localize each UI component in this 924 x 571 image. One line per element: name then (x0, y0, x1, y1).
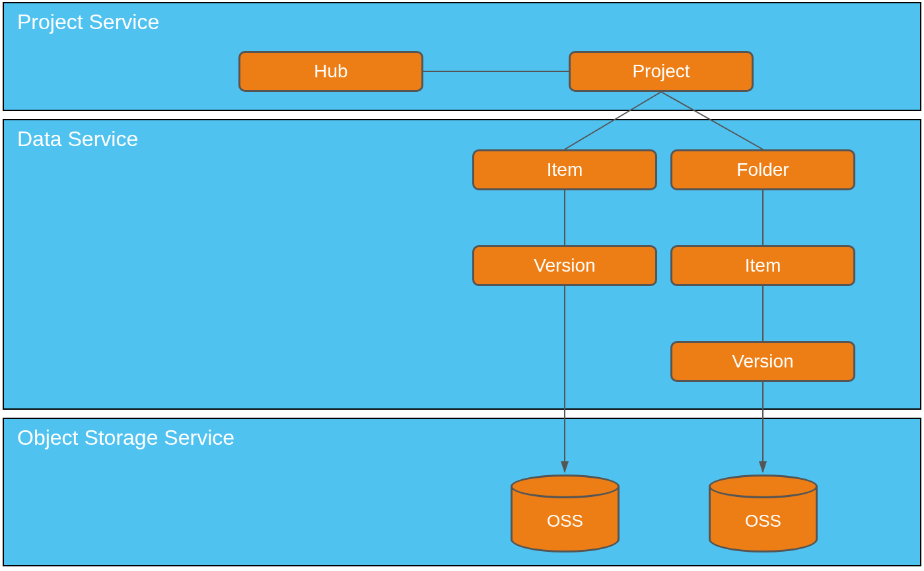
node-item1-label: Item (547, 159, 583, 180)
node-folder: Folder (670, 149, 855, 190)
node-project: Project (569, 51, 754, 92)
node-item2-label: Item (745, 255, 781, 276)
node-version2: Version (670, 341, 855, 382)
node-project-label: Project (632, 61, 690, 82)
node-hub-label: Hub (314, 61, 347, 82)
node-item1: Item (472, 149, 657, 190)
node-oss1-label: OSS (511, 511, 620, 531)
section-title-object-storage-service: Object Storage Service (17, 426, 234, 450)
section-title-project-service: Project Service (17, 10, 159, 34)
node-item2: Item (670, 245, 855, 286)
node-oss2: OSS (709, 475, 818, 554)
node-version2-label: Version (732, 351, 793, 372)
node-folder-label: Folder (736, 159, 789, 180)
node-version1: Version (472, 245, 657, 286)
node-oss2-label: OSS (709, 511, 818, 531)
node-version1-label: Version (534, 255, 595, 276)
node-hub: Hub (238, 51, 423, 92)
section-title-data-service: Data Service (17, 127, 138, 151)
node-oss1: OSS (511, 475, 620, 554)
section-project-service: Project Service (3, 2, 921, 111)
